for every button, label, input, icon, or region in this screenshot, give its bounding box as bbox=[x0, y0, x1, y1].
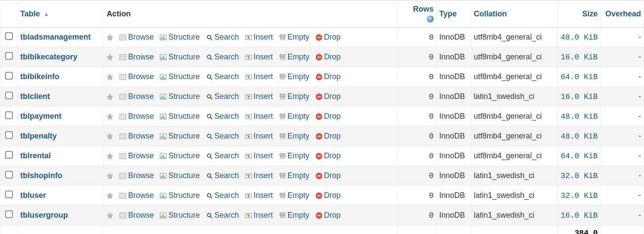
favorite-star[interactable] bbox=[106, 52, 113, 62]
search-link[interactable]: Search bbox=[206, 72, 239, 81]
empty-link[interactable]: Empty bbox=[279, 52, 310, 62]
browse-link[interactable]: Browse bbox=[119, 151, 154, 160]
favorite-star[interactable] bbox=[106, 33, 113, 42]
help-icon[interactable]: ? bbox=[427, 15, 434, 22]
sort-table-link[interactable]: Table ▲ bbox=[20, 9, 49, 18]
empty-link[interactable]: Empty bbox=[279, 211, 310, 220]
search-link[interactable]: Search bbox=[206, 112, 239, 121]
empty-link[interactable]: Empty bbox=[279, 151, 310, 160]
insert-link[interactable]: Insert bbox=[245, 211, 273, 220]
drop-link[interactable]: Drop bbox=[316, 211, 341, 220]
insert-link[interactable]: Insert bbox=[245, 33, 273, 42]
empty-link[interactable]: Empty bbox=[279, 72, 310, 81]
structure-link[interactable]: Structure bbox=[160, 171, 200, 180]
favorite-star[interactable] bbox=[106, 211, 113, 220]
row-checkbox[interactable] bbox=[5, 52, 13, 60]
empty-link[interactable]: Empty bbox=[279, 112, 310, 121]
empty-link[interactable]: Empty bbox=[279, 132, 310, 141]
browse-link[interactable]: Browse bbox=[119, 132, 154, 141]
header-overhead[interactable]: Overhead bbox=[601, 0, 644, 28]
browse-link[interactable]: Browse bbox=[119, 72, 154, 81]
insert-link[interactable]: Insert bbox=[245, 132, 273, 141]
insert-link[interactable]: Insert bbox=[245, 191, 273, 200]
favorite-star[interactable] bbox=[106, 191, 113, 200]
insert-link[interactable]: Insert bbox=[245, 72, 273, 81]
favorite-star[interactable] bbox=[106, 92, 113, 102]
insert-link[interactable]: Insert bbox=[245, 92, 273, 101]
size-value[interactable]: 16.0 KiB bbox=[557, 47, 601, 67]
browse-link[interactable]: Browse bbox=[119, 112, 154, 121]
header-size[interactable]: Size bbox=[557, 0, 601, 28]
search-link[interactable]: Search bbox=[206, 52, 239, 62]
favorite-star[interactable] bbox=[106, 112, 113, 121]
row-checkbox[interactable] bbox=[5, 191, 13, 198]
row-checkbox[interactable] bbox=[5, 32, 13, 40]
browse-link[interactable]: Browse bbox=[119, 33, 154, 42]
size-value[interactable]: 48.0 KiB bbox=[557, 107, 601, 126]
empty-link[interactable]: Empty bbox=[279, 92, 310, 101]
drop-link[interactable]: Drop bbox=[316, 151, 341, 160]
browse-link[interactable]: Browse bbox=[119, 211, 154, 220]
structure-link[interactable]: Structure bbox=[160, 191, 200, 200]
structure-link[interactable]: Structure bbox=[160, 132, 200, 141]
structure-link[interactable]: Structure bbox=[160, 211, 200, 220]
row-checkbox[interactable] bbox=[5, 131, 13, 139]
table-name-link[interactable]: tbladsmanagement bbox=[20, 33, 91, 41]
search-link[interactable]: Search bbox=[206, 151, 239, 160]
table-name-link[interactable]: tbluser bbox=[20, 191, 46, 200]
insert-link[interactable]: Insert bbox=[245, 112, 273, 121]
size-value[interactable]: 32.0 KiB bbox=[557, 186, 601, 206]
drop-link[interactable]: Drop bbox=[316, 33, 341, 42]
table-name-link[interactable]: tblusergroup bbox=[20, 211, 68, 219]
header-table[interactable]: Table ▲ bbox=[18, 0, 104, 28]
size-value[interactable]: 32.0 KiB bbox=[557, 166, 601, 186]
size-value[interactable]: 48.0 KiB bbox=[557, 28, 601, 47]
search-link[interactable]: Search bbox=[206, 33, 239, 42]
search-link[interactable]: Search bbox=[206, 191, 239, 200]
drop-link[interactable]: Drop bbox=[316, 92, 341, 101]
sort-rows-link[interactable]: Rows bbox=[413, 5, 434, 13]
drop-link[interactable]: Drop bbox=[316, 52, 341, 62]
search-link[interactable]: Search bbox=[206, 92, 239, 101]
size-value[interactable]: 48.0 KiB bbox=[557, 126, 601, 146]
row-checkbox[interactable] bbox=[5, 151, 13, 159]
size-value[interactable]: 64.0 KiB bbox=[557, 146, 601, 166]
size-value[interactable]: 16.0 KiB bbox=[557, 87, 601, 107]
favorite-star[interactable] bbox=[106, 151, 113, 161]
size-value[interactable]: 16.0 KiB bbox=[557, 206, 601, 225]
table-name-link[interactable]: tblbikecategory bbox=[20, 52, 77, 61]
size-value[interactable]: 64.0 KiB bbox=[557, 67, 601, 87]
drop-link[interactable]: Drop bbox=[316, 72, 341, 81]
browse-link[interactable]: Browse bbox=[119, 52, 154, 62]
table-name-link[interactable]: tblclient bbox=[20, 92, 50, 101]
insert-link[interactable]: Insert bbox=[245, 151, 273, 160]
structure-link[interactable]: Structure bbox=[160, 33, 200, 42]
insert-link[interactable]: Insert bbox=[245, 52, 273, 62]
row-checkbox[interactable] bbox=[5, 111, 13, 119]
table-name-link[interactable]: tblpayment bbox=[20, 112, 61, 120]
drop-link[interactable]: Drop bbox=[316, 171, 341, 180]
table-name-link[interactable]: tblpenalty bbox=[20, 132, 57, 140]
header-type[interactable]: Type bbox=[437, 0, 471, 28]
row-checkbox[interactable] bbox=[5, 171, 13, 179]
browse-link[interactable]: Browse bbox=[119, 171, 154, 180]
header-collation[interactable]: Collation bbox=[471, 0, 557, 28]
empty-link[interactable]: Empty bbox=[279, 191, 310, 200]
search-link[interactable]: Search bbox=[206, 211, 239, 220]
table-name-link[interactable]: tblbikeinfo bbox=[20, 72, 59, 81]
drop-link[interactable]: Drop bbox=[316, 112, 341, 121]
row-checkbox[interactable] bbox=[5, 210, 13, 218]
drop-link[interactable]: Drop bbox=[316, 132, 341, 141]
structure-link[interactable]: Structure bbox=[160, 112, 200, 121]
search-link[interactable]: Search bbox=[206, 171, 239, 180]
structure-link[interactable]: Structure bbox=[160, 151, 200, 160]
structure-link[interactable]: Structure bbox=[160, 52, 200, 62]
structure-link[interactable]: Structure bbox=[160, 92, 200, 101]
insert-link[interactable]: Insert bbox=[245, 171, 273, 180]
favorite-star[interactable] bbox=[106, 171, 113, 181]
row-checkbox[interactable] bbox=[5, 72, 13, 80]
favorite-star[interactable] bbox=[106, 132, 113, 141]
search-link[interactable]: Search bbox=[206, 132, 239, 141]
structure-link[interactable]: Structure bbox=[160, 72, 200, 81]
table-name-link[interactable]: tblshopinfo bbox=[20, 171, 62, 180]
